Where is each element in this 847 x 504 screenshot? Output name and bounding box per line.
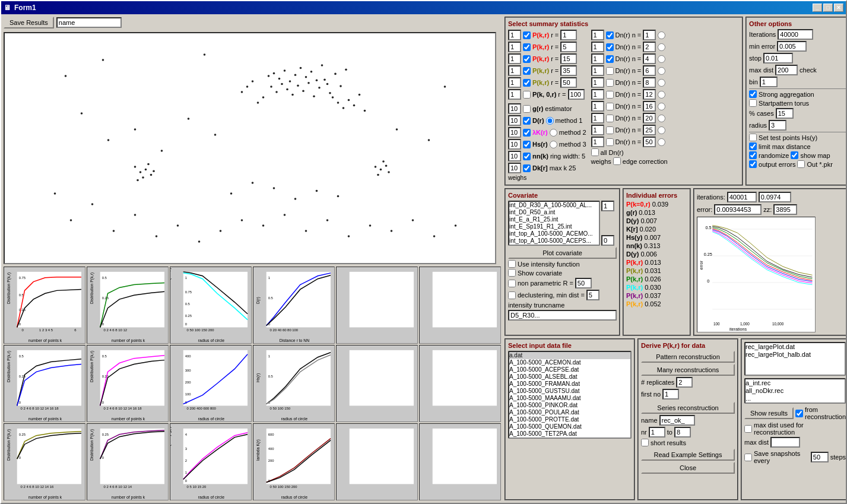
max-dist-val-input[interactable] [770,437,800,448]
rec-files-listbox[interactable]: a_int.rec all_noDkr.rec ... [744,378,846,404]
series-reconstruction-button[interactable]: Series reconstruction [641,402,735,414]
dn7-check[interactable] [606,103,614,110]
max-dist-input[interactable] [775,65,798,75]
pkr-r-5[interactable] [560,77,577,88]
hsr-radio[interactable] [550,141,557,148]
pkr-r-6[interactable] [568,89,585,100]
err-val-input[interactable] [714,204,762,215]
dr-val[interactable] [508,115,521,126]
dr-radio[interactable] [546,117,554,125]
strong-agg-check[interactable] [749,90,757,98]
pct-cases-input[interactable] [776,108,794,119]
zz-val-input[interactable] [773,204,797,215]
dn4-radio[interactable] [658,67,665,75]
dn10-check[interactable] [606,138,614,146]
min-error-input[interactable] [777,41,807,52]
save-snapshots-check[interactable] [744,454,752,461]
dn6-radio[interactable] [658,91,665,99]
startpattern-check[interactable] [749,99,757,107]
snapshots-val-input[interactable] [811,452,829,462]
dn5-val[interactable] [591,77,604,88]
dn2-check[interactable] [606,43,614,51]
declustering-input[interactable] [586,290,599,300]
pkr-check-1[interactable] [523,31,531,39]
from-reconstruction-check[interactable] [795,410,803,417]
pattern-reconstruction-button[interactable]: Pattern reconstruction [641,351,735,363]
lkr-val[interactable] [508,127,521,138]
dn2-val[interactable] [591,42,604,52]
dn9-n[interactable] [643,125,656,135]
declustering-check[interactable] [508,291,516,299]
dn9-check[interactable] [606,126,614,134]
output-files-listbox[interactable]: rec_largePlot.dat rec_largePlot_halb.dat [744,342,846,376]
hsr-val[interactable] [508,139,521,150]
pkr-check-2[interactable] [523,43,531,51]
read-example-settings-button[interactable]: Read Example Settings [641,449,735,461]
stop-input[interactable] [763,53,793,64]
dn5-check[interactable] [606,79,614,87]
close-button-derive[interactable]: Close [641,462,735,474]
edge-correction-check[interactable] [613,157,621,165]
dn4-n[interactable] [643,65,656,76]
pkr-r-3[interactable] [560,53,577,64]
nr-from-input[interactable] [649,427,665,438]
radius-input[interactable] [769,120,786,131]
dn7-n[interactable] [643,101,656,112]
non-param-input[interactable] [575,278,592,289]
input-file-listbox[interactable]: a.dat A_100-5000_ACEMON.dat A_100-5000_A… [508,351,632,439]
dn8-n[interactable] [643,113,656,123]
dn2-n[interactable] [643,42,656,52]
dn1-radio[interactable] [658,31,665,39]
dn3-n[interactable] [643,53,656,64]
dn9-val[interactable] [591,125,604,135]
pkr-r-4[interactable] [560,65,577,76]
dn5-n[interactable] [643,77,656,88]
lkr-check[interactable] [523,129,531,137]
dkr-check[interactable] [523,164,531,172]
intensity-truncname-input[interactable] [508,310,617,321]
iterations-input[interactable] [778,29,813,40]
use-intensity-check[interactable] [508,260,516,268]
pkr-r-2[interactable] [560,42,577,52]
dkr-val[interactable] [508,163,521,173]
pkr-val-2[interactable] [508,42,521,52]
save-results-button[interactable]: Save Results [4,17,54,28]
plot-covariate-button[interactable]: Plot covariate [508,247,617,259]
nnk-check[interactable] [523,153,531,160]
dn3-check[interactable] [606,55,614,63]
minimize-button[interactable]: _ [813,4,822,12]
show-map-check[interactable] [791,151,798,159]
it-err-input[interactable] [759,192,791,202]
dn1-val[interactable] [591,30,604,40]
close-button[interactable]: ✕ [834,4,843,12]
non-param-check[interactable] [508,280,516,287]
pkr-check-3[interactable] [523,55,531,63]
out-pkr-check[interactable] [797,160,805,168]
dn8-radio[interactable] [658,115,665,122]
covariate-scale-input[interactable] [601,201,614,211]
short-results-check[interactable] [641,439,649,446]
dn3-radio[interactable] [658,55,665,63]
dn8-val[interactable] [591,113,604,123]
output-errors-check[interactable] [749,160,757,168]
rec-name-input[interactable] [659,415,695,426]
dn3-val[interactable] [591,53,604,64]
set-test-pts-check[interactable] [749,134,757,141]
pkr-val-4[interactable] [508,65,521,76]
pkr-check-6[interactable] [523,91,531,99]
name-input[interactable] [56,17,122,28]
many-reconstructions-button[interactable]: Many reconstructions [641,364,735,376]
covariate-listbox[interactable]: int_D0_R30_A_100-5000_AL... int_D0_R50_a… [508,201,600,246]
pkr-val-6[interactable] [508,89,521,100]
covariate-zero-input[interactable] [601,235,614,246]
dn4-check[interactable] [606,67,614,75]
replicates-input[interactable] [676,377,693,388]
nnk-val[interactable] [508,151,521,161]
dn9-radio[interactable] [658,126,665,134]
max-dist-rec-check[interactable] [744,425,752,433]
it-val-input[interactable] [727,192,757,202]
nr-to-input[interactable] [674,427,691,438]
pkr-check-4[interactable] [523,67,531,75]
pkr-r-1[interactable] [560,30,577,40]
hsr-check[interactable] [523,141,531,148]
